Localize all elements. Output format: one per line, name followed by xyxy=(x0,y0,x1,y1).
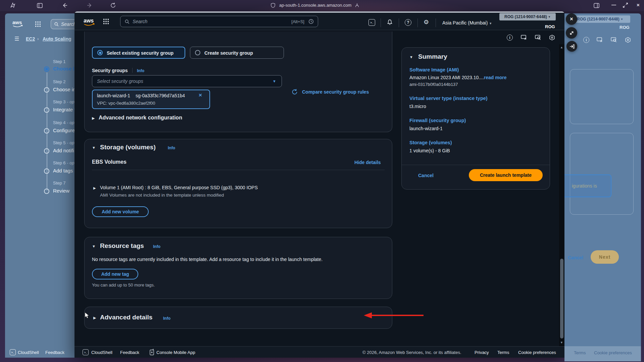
step-radio[interactable] xyxy=(44,148,49,154)
restore-window-icon[interactable] xyxy=(623,2,628,8)
read-more-link[interactable]: read more xyxy=(484,75,507,80)
step-radio-active[interactable] xyxy=(44,66,49,72)
step-title[interactable]: Configure xyxy=(53,127,75,133)
add-new-volume-button[interactable]: Add new volume xyxy=(92,206,149,217)
security-groups-info-link[interactable]: Info xyxy=(137,68,144,73)
cancel-button[interactable]: Cancel xyxy=(418,173,434,178)
footer-mobile-app[interactable]: Console Mobile App xyxy=(156,350,195,355)
footer-cookie-prefs[interactable]: Cookie preferences xyxy=(518,350,556,355)
security-group-chip[interactable]: launch-wizard-1 sg-0a33f3c796d7a51b4 × V… xyxy=(92,90,210,109)
scroll-down-icon[interactable]: ▼ xyxy=(560,341,563,344)
hide-details-link[interactable]: Hide details xyxy=(354,160,381,165)
aws-logo[interactable]: aws xyxy=(83,17,96,27)
collapse-arrow-icon[interactable]: ▼ xyxy=(92,244,96,248)
summary-instance-type-label[interactable]: Virtual server type (instance type) xyxy=(409,96,488,101)
panel-toggle-icon[interactable] xyxy=(594,3,599,8)
screen-inspect-icon[interactable] xyxy=(535,35,541,41)
step-title[interactable]: Add tags xyxy=(53,168,73,173)
reload-icon[interactable] xyxy=(110,2,116,8)
step-title[interactable]: Integrate w xyxy=(53,107,75,112)
site-shield-icon[interactable] xyxy=(270,3,276,8)
info-panel-icon[interactable]: i xyxy=(507,35,513,41)
hexagon-icon[interactable] xyxy=(549,35,555,41)
radio-selected[interactable] xyxy=(97,50,103,55)
split-tab-icon[interactable] xyxy=(354,3,360,8)
forward-icon[interactable] xyxy=(87,2,93,8)
close-window-icon[interactable]: × xyxy=(637,2,640,8)
minimize-icon[interactable] xyxy=(611,4,616,6)
screen-share-icon[interactable] xyxy=(521,35,527,41)
create-sg-tile[interactable]: Create security group xyxy=(190,47,284,59)
summary-ami-label[interactable]: Software Image (AMI) xyxy=(409,67,459,72)
step-title[interactable]: Choose ins xyxy=(53,87,75,92)
volume-row[interactable]: Volume 1 (AMI Root) : 8 GiB, EBS, Genera… xyxy=(100,185,258,190)
collapse-arrow-icon[interactable]: ▼ xyxy=(409,55,413,59)
overlay-dock-button[interactable] xyxy=(566,41,577,52)
step-radio[interactable] xyxy=(44,128,49,134)
security-groups-select[interactable]: Select security groups ▼ xyxy=(92,75,282,87)
storage-info-link[interactable]: Info xyxy=(168,146,175,150)
scrollbar[interactable]: ▲ ▼ xyxy=(559,44,564,346)
radio-unselected[interactable] xyxy=(195,50,200,55)
url-text[interactable]: ap-south-1.console.aws.amazon.com xyxy=(279,3,351,8)
bg-menu-icon[interactable]: ☰ xyxy=(14,36,19,42)
settings-gear-icon[interactable]: ⚙ xyxy=(424,18,429,26)
resource-tags-info-link[interactable]: Info xyxy=(153,244,160,249)
scroll-up-icon[interactable]: ▲ xyxy=(560,46,563,49)
step-radio[interactable] xyxy=(44,87,49,93)
account-badge[interactable]: ROG (1214-9007-6448) ▼ xyxy=(499,13,556,20)
back-icon[interactable] xyxy=(62,2,68,8)
region-selector[interactable]: Asia Pacific (Mumbai) ▼ xyxy=(442,20,492,25)
expand-arrow-icon[interactable]: ▶ xyxy=(92,116,95,120)
cloudshell-icon[interactable]: >_ xyxy=(83,349,89,355)
scrollbar-thumb[interactable] xyxy=(560,259,563,339)
footer-cloudshell[interactable]: CloudShell xyxy=(91,350,112,355)
expand-arrow-icon[interactable]: ▶ xyxy=(93,186,96,190)
bg-feedback-label[interactable]: Feedback xyxy=(45,350,64,355)
bg-breadcrumb-section[interactable]: Auto Scaling xyxy=(43,36,71,42)
compare-sg-rules-link[interactable]: Compare security group rules xyxy=(302,89,369,95)
sidebar-toggle-icon[interactable] xyxy=(37,3,43,8)
expand-diagonal-icon xyxy=(569,31,574,36)
bg-search-input[interactable]: Search xyxy=(51,19,75,29)
nav-separator xyxy=(381,18,381,27)
collapse-arrow-icon[interactable]: ▼ xyxy=(92,146,96,150)
search-input[interactable]: Search [Alt+S] xyxy=(120,16,318,27)
pip-next-button: Next xyxy=(591,250,619,264)
step-title-active[interactable]: Choose la xyxy=(53,66,75,71)
bg-breadcrumb-ec2[interactable]: EC2 xyxy=(26,36,35,42)
nav-separator xyxy=(436,18,436,27)
services-grid-icon[interactable] xyxy=(103,19,109,24)
step-radio[interactable] xyxy=(44,168,49,174)
bg-cloudshell-label[interactable]: CloudShell xyxy=(18,350,39,355)
overlay-close-button[interactable]: × xyxy=(566,13,577,25)
services-grid-icon[interactable] xyxy=(35,21,41,27)
cloudshell-nav-icon[interactable]: >_ xyxy=(368,19,375,26)
advanced-details-info-link[interactable]: Info xyxy=(163,316,170,321)
footer-terms[interactable]: Terms xyxy=(497,350,509,355)
summary-storage-label[interactable]: Storage (volumes) xyxy=(409,140,452,145)
create-launch-template-button[interactable]: Create launch template xyxy=(469,169,543,181)
advanced-details-title[interactable]: Advanced details xyxy=(100,314,152,321)
label-divider xyxy=(132,68,133,73)
footer-privacy[interactable]: Privacy xyxy=(475,350,489,355)
select-existing-sg-tile[interactable]: Select existing security group xyxy=(92,47,185,59)
step-radio[interactable] xyxy=(44,189,49,194)
summary-firewall-label[interactable]: Firewall (security group) xyxy=(409,118,466,123)
browser-logo-icon[interactable] xyxy=(9,2,16,9)
step-title[interactable]: Add notifi xyxy=(53,148,74,153)
bg-cloudshell-icon[interactable]: >_ xyxy=(10,349,16,355)
step-radio[interactable] xyxy=(44,107,49,113)
notifications-bell-icon[interactable] xyxy=(387,19,393,26)
refresh-icon[interactable] xyxy=(291,89,298,95)
step-title[interactable]: Review xyxy=(53,188,69,194)
advanced-network-toggle[interactable]: Advanced network configuration xyxy=(99,115,182,121)
expand-arrow-icon[interactable]: ▶ xyxy=(93,316,96,320)
search-scope-icon[interactable] xyxy=(308,19,314,24)
overlay-expand-button[interactable] xyxy=(566,27,577,39)
chip-remove-icon[interactable]: × xyxy=(199,92,202,99)
footer-feedback[interactable]: Feedback xyxy=(120,350,139,355)
help-icon[interactable]: ? xyxy=(405,19,411,26)
add-new-tag-button[interactable]: Add new tag xyxy=(92,269,138,279)
chip-id: sg-0a33f3c796d7a51b4 xyxy=(136,93,185,98)
